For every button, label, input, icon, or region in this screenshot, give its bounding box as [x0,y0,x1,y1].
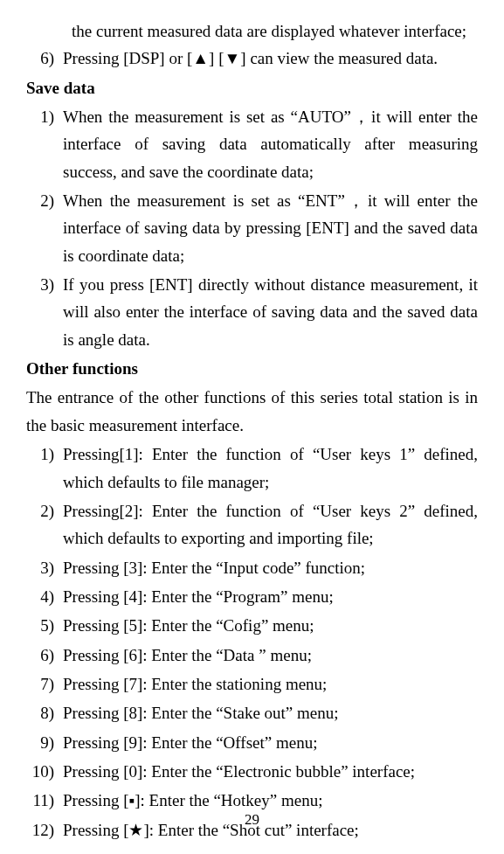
list-text: Pressing [8]: Enter the “Stake out” menu… [63,699,478,726]
list-number: 10) [26,758,63,785]
list-item: 2) Pressing[2]: Enter the function of “U… [26,497,478,552]
list-text: When the measurement is set as “AUTO”，it… [63,103,478,185]
list-text: Pressing [7]: Enter the stationing menu; [63,670,478,698]
list-text: If you press [ENT] directly without dist… [63,271,478,353]
list-number: 6) [26,642,63,669]
other-intro-text: The entrance of the other functions of t… [26,384,478,439]
document-content: the current measured data are displayed … [26,17,478,844]
continuation-text: the current measured data are displayed … [26,17,478,45]
list-number: 6) [26,45,63,72]
list-item: 7) Pressing [7]: Enter the stationing me… [26,670,478,698]
list-item: 3) If you press [ENT] directly without d… [26,271,478,353]
list-item: 4) Pressing [4]: Enter the “Program” men… [26,583,478,610]
list-item: 10) Pressing [0]: Enter the “Electronic … [26,758,478,785]
heading-other-functions: Other functions [26,355,478,382]
list-item: 9) Pressing [9]: Enter the “Offset” menu… [26,729,478,756]
list-text: Pressing[1]: Enter the function of “User… [63,441,478,496]
list-number: 5) [26,612,63,639]
list-text: Pressing[2]: Enter the function of “User… [63,497,478,552]
list-number: 2) [26,187,63,269]
list-item: 5) Pressing [5]: Enter the “Cofig” menu; [26,612,478,639]
list-number: 3) [26,271,63,353]
list-number: 8) [26,699,63,726]
list-text: Pressing [6]: Enter the “Data ” menu; [63,642,478,669]
list-number: 7) [26,670,63,698]
list-text: Pressing [3]: Enter the “Input code” fun… [63,554,478,581]
list-item: 3) Pressing [3]: Enter the “Input code” … [26,554,478,581]
list-text: Pressing [5]: Enter the “Cofig” menu; [63,612,478,639]
list-number: 4) [26,583,63,610]
list-text: Pressing [4]: Enter the “Program” menu; [63,583,478,610]
heading-save-data: Save data [26,74,478,101]
list-text: Pressing [DSP] or [▲] [▼] can view the m… [63,45,478,72]
list-item: 8) Pressing [8]: Enter the “Stake out” m… [26,699,478,726]
list-item: 1) When the measurement is set as “AUTO”… [26,103,478,185]
list-text: Pressing [9]: Enter the “Offset” menu; [63,729,478,756]
list-number: 3) [26,554,63,581]
list-item: 1) Pressing[1]: Enter the function of “U… [26,441,478,496]
list-item: 6) Pressing [DSP] or [▲] [▼] can view th… [26,45,478,72]
page-number: 29 [0,808,504,832]
list-number: 2) [26,497,63,552]
list-number: 1) [26,103,63,185]
list-item: 2) When the measurement is set as “ENT”，… [26,187,478,269]
list-number: 1) [26,441,63,496]
list-text: When the measurement is set as “ENT”，it … [63,187,478,269]
list-number: 9) [26,729,63,756]
list-item: 6) Pressing [6]: Enter the “Data ” menu; [26,642,478,669]
list-text: Pressing [0]: Enter the “Electronic bubb… [63,758,478,785]
